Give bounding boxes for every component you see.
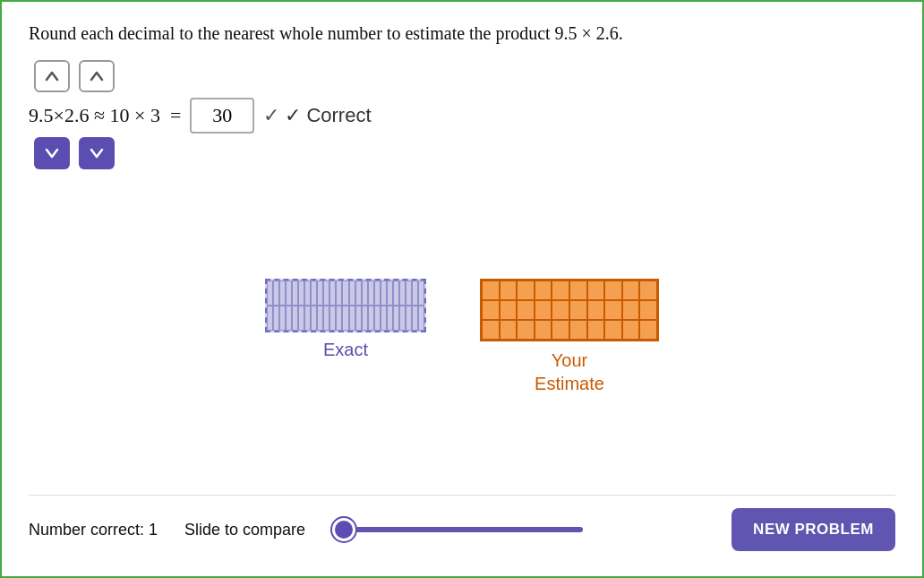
estimate-cell [500,300,518,320]
exact-cell [304,306,311,331]
exact-cell [323,280,329,306]
estimate-cell [639,300,657,320]
exact-cell [292,306,298,331]
exact-cell [311,306,317,331]
estimate-cell [622,280,640,300]
estimate-cell [639,280,657,300]
exact-grid-group: Exact [265,279,426,360]
exact-cell [286,306,292,331]
estimate-cell [552,300,569,320]
exact-cell [323,306,329,331]
estimate-cell [517,320,535,340]
estimate-cell [569,320,587,340]
correct-feedback: ✓ ✓ Correct [263,104,371,127]
increment-btn-1[interactable] [34,60,70,92]
estimate-label: YourEstimate [535,349,604,395]
exact-cell [381,306,387,331]
estimate-cell [622,300,640,320]
estimate-cell [552,280,569,300]
decrement-btn-2[interactable] [79,137,115,169]
exact-cell [418,306,424,331]
exact-grid [265,279,426,332]
exact-cell [349,280,355,306]
exact-cell [374,306,381,331]
exact-cell [273,280,279,306]
estimate-cell [587,320,605,340]
estimate-cell [482,280,500,300]
exact-cell [393,280,399,306]
exact-cell [298,306,304,331]
slider-container[interactable] [332,527,705,532]
exact-cell [329,280,336,306]
exact-cell [355,280,362,306]
exact-cell [342,280,348,306]
exact-cell [412,280,418,306]
exact-cell [381,280,387,306]
slider-track[interactable] [332,527,583,532]
exact-cell [406,306,412,331]
exact-cell [317,280,323,306]
exact-cell [279,306,286,331]
exact-cell [412,306,418,331]
grids-area: Exact YourEstimate [29,252,895,395]
exact-cell [336,306,342,331]
slide-label: Slide to compare [184,521,305,539]
estimate-cell [604,320,622,340]
exact-cell [279,280,286,306]
exact-cell [267,306,273,331]
estimate-grid-group: YourEstimate [480,279,659,395]
exact-label: Exact [323,340,368,360]
result-value: 30 [212,104,232,127]
estimate-cell [517,300,535,320]
equation-left: 9.5×2.6 ≈ 10 × 3 = [29,104,181,127]
estimate-cell [639,320,657,340]
exact-cell [399,280,406,306]
number-correct: Number correct: 1 [29,521,158,539]
exact-cell [329,306,336,331]
exact-cell [387,280,393,306]
estimate-cell [535,300,552,320]
check-icon: ✓ [263,104,279,127]
exact-cell [393,306,399,331]
result-value-box: 30 [190,98,254,134]
decrement-btn-1[interactable] [34,137,70,169]
exact-cell [342,306,348,331]
exact-cell [387,306,393,331]
estimate-cell [500,280,518,300]
exact-cell [362,280,368,306]
estimate-cell [500,320,518,340]
bottom-bar: Number correct: 1 Slide to compare NEW P… [29,495,895,558]
increment-btn-2[interactable] [79,60,115,92]
slider-thumb[interactable] [332,518,355,541]
estimate-cell [535,320,552,340]
exact-cell [317,306,323,331]
estimate-cell [587,280,605,300]
exact-cell [399,306,406,331]
exact-cell [304,280,311,306]
exact-cell [349,306,355,331]
exact-cell [311,280,317,306]
estimate-grid [480,279,659,341]
exact-cell [286,280,292,306]
exact-cell [406,280,412,306]
estimate-cell [535,280,552,300]
exact-cell [368,306,374,331]
estimate-cell [569,300,587,320]
exact-cell [362,306,368,331]
exact-cell [355,306,362,331]
exact-cell [292,280,298,306]
exact-cell [267,280,273,306]
estimate-cell [517,280,535,300]
exact-cell [418,280,424,306]
new-problem-button[interactable]: NEW PROBLEM [732,508,895,551]
problem-text: Round each decimal to the nearest whole … [29,23,895,44]
estimate-cell [482,300,500,320]
estimate-cell [552,320,569,340]
estimate-cell [604,300,622,320]
exact-cell [336,280,342,306]
correct-text: ✓ Correct [285,104,371,127]
estimate-cell [622,320,640,340]
exact-cell [273,306,279,331]
estimate-cell [604,280,622,300]
exact-cell [368,280,374,306]
